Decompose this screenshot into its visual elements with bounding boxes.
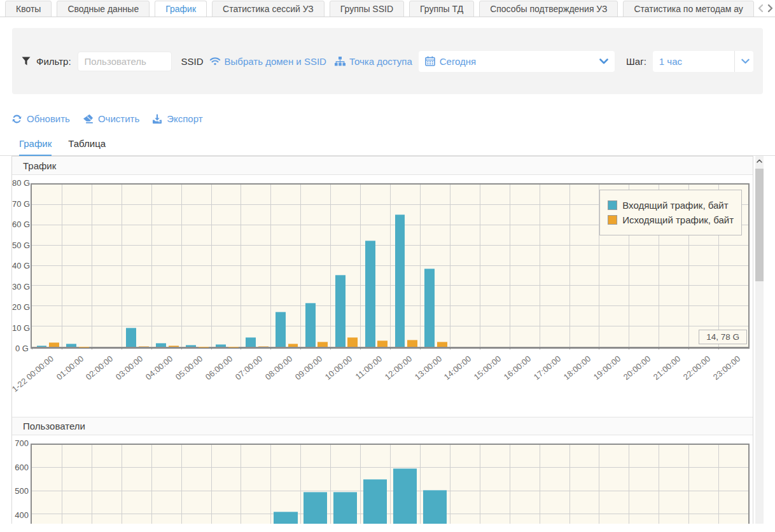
bar[interactable]	[437, 342, 447, 347]
y-tick-label: 400	[12, 510, 29, 520]
bar[interactable]	[274, 512, 298, 524]
gridline	[480, 445, 480, 524]
chevron-right-icon[interactable]	[767, 4, 774, 13]
gridline	[300, 185, 301, 347]
bar[interactable]	[126, 328, 136, 347]
x-axis-label: 19:00:00	[592, 354, 622, 382]
x-axis-label: 17:00:00	[532, 354, 562, 382]
bar[interactable]	[424, 269, 435, 347]
refresh-button[interactable]: Обновить	[11, 113, 70, 124]
bar[interactable]	[288, 344, 298, 347]
gridline	[241, 445, 241, 524]
tab-chart[interactable]: График	[155, 1, 207, 17]
ssid-label: SSID	[181, 56, 204, 67]
scrollbar-thumb[interactable]	[755, 169, 764, 281]
users-chart: 300400500600700	[12, 435, 753, 524]
x-axis-label: 22:00:00	[681, 354, 712, 382]
scrollbar-up-button[interactable]	[755, 156, 764, 165]
tab-ap-groups[interactable]: Группы ТД	[409, 1, 474, 17]
view-tab-chart[interactable]: График	[19, 138, 52, 156]
x-axis-label: 21:00:00	[652, 354, 682, 382]
bar[interactable]	[169, 346, 179, 347]
view-tab-table[interactable]: Таблица	[68, 138, 106, 155]
gridline	[360, 185, 361, 347]
clear-button[interactable]: Очистить	[83, 113, 139, 124]
tab-summary-data[interactable]: Сводные данные	[57, 1, 150, 17]
bar[interactable]	[304, 492, 328, 524]
bar[interactable]	[423, 490, 447, 524]
bar[interactable]	[393, 468, 417, 524]
tab-quotas[interactable]: Квоты	[5, 1, 52, 17]
bar[interactable]	[246, 337, 256, 347]
gridline	[241, 185, 241, 347]
legend-item[interactable]: Входящий трафик, байт	[608, 200, 734, 211]
tab-ssid-groups[interactable]: Группы SSID	[330, 1, 404, 17]
bar[interactable]	[276, 312, 286, 347]
x-axis-label: 10:00:00	[323, 354, 354, 382]
x-tick	[300, 347, 301, 349]
gridline	[390, 445, 391, 524]
x-axis-label: 09:00:00	[293, 354, 324, 382]
x-axis-label: 03:00:00	[114, 354, 144, 382]
users-section-title: Пользователи	[23, 421, 85, 431]
gridline	[211, 185, 212, 347]
x-tick	[151, 347, 152, 349]
traffic-section-header: Трафик	[12, 157, 753, 175]
bar[interactable]	[333, 492, 358, 524]
bar[interactable]	[335, 275, 346, 347]
tab-confirmation-methods[interactable]: Способы подтверждения УЗ	[479, 1, 618, 17]
x-tick	[270, 347, 271, 349]
gridline	[569, 185, 570, 347]
x-axis-label: 02:00:00	[84, 354, 115, 382]
x-axis-label: 15:00:00	[472, 354, 503, 382]
bar[interactable]	[139, 346, 149, 347]
access-point-link[interactable]: Точка доступа	[335, 56, 412, 67]
gridline	[62, 185, 62, 347]
bar[interactable]	[156, 343, 166, 347]
x-axis-label: 13:00:00	[412, 354, 443, 382]
bar[interactable]	[395, 214, 405, 347]
tab-scroll-controls	[755, 0, 774, 17]
y-tick-label: 50 G	[12, 241, 29, 250]
chevron-left-icon[interactable]	[757, 4, 764, 13]
gridline	[151, 445, 152, 524]
gridline	[330, 445, 331, 524]
bar[interactable]	[186, 345, 196, 347]
user-filter-input[interactable]	[78, 52, 172, 71]
export-button[interactable]: Экспорт	[152, 113, 202, 124]
bar[interactable]	[407, 340, 417, 347]
bar[interactable]	[37, 346, 47, 347]
bar[interactable]	[66, 344, 76, 347]
chart-tooltip: 14, 78 G	[699, 330, 747, 344]
bar[interactable]	[377, 340, 387, 347]
bar[interactable]	[305, 303, 316, 347]
x-axis-label: 1-22 00:00:00	[10, 354, 55, 394]
gridline	[510, 185, 510, 347]
chevron-down-icon	[741, 59, 750, 64]
legend-label: Исходящий трафик, байт	[622, 214, 734, 225]
bar[interactable]	[347, 337, 358, 347]
y-tick-label: 500	[12, 486, 29, 496]
x-axis-label: 01:00:00	[54, 354, 85, 382]
traffic-chart: 0 G10 G20 G30 G40 G50 G60 G70 G80 G 1-22…	[12, 175, 753, 399]
tab-auth-method-stats[interactable]: Статистика по методам ау	[623, 1, 753, 17]
gridline	[181, 445, 182, 524]
bar[interactable]	[258, 346, 269, 347]
period-select[interactable]: Сегодня	[419, 51, 615, 72]
bar[interactable]	[318, 342, 328, 347]
x-axis-label: 12:00:00	[382, 354, 413, 382]
legend-label: Входящий трафик, байт	[622, 200, 728, 211]
legend-item[interactable]: Исходящий трафик, байт	[608, 214, 734, 225]
vertical-scrollbar[interactable]	[755, 156, 764, 524]
step-select[interactable]: 1 час	[653, 51, 753, 72]
gridline	[540, 445, 540, 524]
bar[interactable]	[216, 344, 226, 347]
tab-session-stats[interactable]: Статистика сессий УЗ	[212, 1, 325, 17]
gridline	[510, 445, 510, 524]
bar[interactable]	[363, 479, 387, 524]
bar[interactable]	[49, 342, 59, 347]
y-tick-label: 80 G	[12, 178, 29, 188]
bar[interactable]	[365, 241, 375, 347]
gridline	[688, 445, 689, 524]
select-domain-ssid-link[interactable]: Выбрать домен и SSID	[209, 56, 326, 67]
